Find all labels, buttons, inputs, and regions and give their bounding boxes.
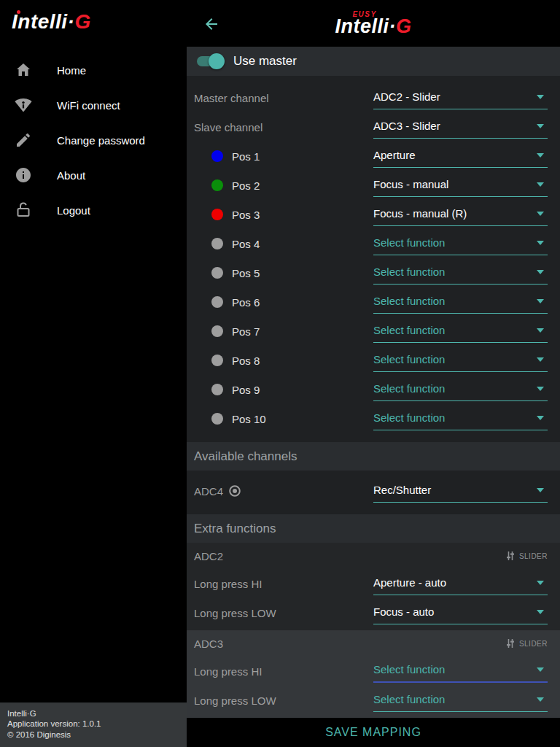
long-press-hi-row: Long press HI Select function	[187, 657, 560, 686]
position-row: Pos 5 Select function	[187, 258, 560, 287]
long-press-hi-label: Long press HI	[194, 578, 373, 590]
position-label: Pos 9	[232, 384, 260, 396]
main-content: EUSY Intelli·G Use master Master channel…	[187, 0, 560, 747]
dropdown-value: Focus - manual (R)	[373, 207, 532, 222]
home-icon	[15, 61, 32, 79]
available-channels-rows: ADC4 Rec/Shutter	[187, 471, 560, 508]
channel-rows: Master channel ADC2 - Slider Slave chann…	[187, 76, 560, 433]
position-label: Pos 7	[232, 325, 260, 338]
sidebar-item-logout[interactable]: Logout	[0, 193, 187, 228]
toggle-thumb	[209, 53, 225, 69]
sidebar-item-label: Home	[57, 64, 86, 77]
position-label: Pos 1	[232, 150, 260, 163]
dropdown-value: ADC2 - Slider	[373, 90, 532, 105]
dropdown-value: Aperture	[373, 149, 532, 163]
position-function-dropdown[interactable]: Select function	[373, 232, 548, 255]
sidebar-item-label: Logout	[57, 204, 90, 217]
dropdown-arrow-icon	[537, 416, 544, 420]
master-channel-row: Master channel ADC2 - Slider	[187, 83, 560, 112]
dropdown-value: Select function	[373, 266, 532, 280]
position-color-dot	[211, 384, 223, 395]
available-channels-header: Available channels	[187, 442, 560, 471]
position-label: Pos 4	[232, 238, 260, 250]
dropdown-arrow-icon	[537, 697, 544, 702]
save-mapping-button[interactable]: SAVE MAPPING	[325, 726, 421, 739]
dropdown-value: Select function	[373, 236, 532, 251]
dropdown-value: Select function	[373, 693, 532, 708]
slider-icon	[505, 638, 516, 649]
dropdown-value: Select function	[373, 411, 532, 426]
dropdown-value: Aperture - auto	[373, 576, 532, 591]
slider-badge-label: SLIDER	[519, 552, 548, 560]
long-press-low-dropdown[interactable]: Focus - auto	[373, 601, 548, 624]
info-icon	[15, 166, 32, 184]
position-rows: Pos 1 Aperture Pos 2 Focus - manual Pos …	[187, 142, 560, 433]
position-function-dropdown[interactable]: Select function	[373, 349, 548, 372]
save-bar: SAVE MAPPING	[187, 718, 560, 747]
master-channel-dropdown[interactable]: ADC2 - Slider	[373, 86, 548, 109]
master-channel-label: Master channel	[194, 92, 373, 104]
dropdown-arrow-icon	[537, 610, 544, 614]
use-master-row: Use master	[187, 47, 560, 76]
header-logo-eusy: EUSY	[326, 11, 402, 18]
position-color-dot	[211, 179, 223, 191]
position-row: Pos 9 Select function	[187, 375, 560, 404]
sidebar-item-change-password[interactable]: Change password	[0, 123, 187, 158]
position-label: Pos 5	[232, 267, 260, 279]
sidebar-item-label: About	[57, 169, 85, 182]
card-channel-name: ADC2	[194, 550, 505, 562]
position-function-dropdown[interactable]: Select function	[373, 407, 548, 430]
adc4-function-dropdown[interactable]: Rec/Shutter	[373, 479, 548, 503]
extra-function-cards: ADC2 SLIDER Long press HI Aperture - aut…	[187, 543, 560, 718]
dropdown-arrow-icon	[537, 488, 544, 492]
arrow-left-icon	[203, 15, 220, 33]
dropdown-arrow-icon	[537, 581, 544, 585]
adc4-row: ADC4 Rec/Shutter	[187, 476, 560, 506]
position-function-dropdown[interactable]: Select function	[373, 378, 548, 401]
position-color-dot	[211, 209, 223, 220]
long-press-low-label: Long press LOW	[194, 694, 373, 707]
position-function-dropdown[interactable]: Select function	[373, 290, 548, 314]
slider-badge: SLIDER	[505, 551, 548, 561]
dropdown-value: Select function	[373, 663, 532, 678]
sidebar-nav: Home WiFi connect Change password About	[0, 53, 187, 228]
position-function-dropdown[interactable]: Select function	[373, 261, 548, 285]
long-press-hi-dropdown[interactable]: Select function	[373, 659, 548, 683]
position-function-dropdown[interactable]: Select function	[373, 320, 548, 343]
back-button[interactable]	[203, 15, 220, 33]
position-label: Pos 6	[232, 296, 260, 309]
position-function-dropdown[interactable]: Aperture	[373, 144, 548, 168]
radio-button-icon[interactable]	[228, 484, 241, 498]
sidebar-item-home[interactable]: Home	[0, 53, 187, 88]
position-row: Pos 6 Select function	[187, 287, 560, 317]
extra-functions-header: Extra functions	[187, 514, 560, 543]
dropdown-arrow-icon	[537, 241, 544, 245]
sidebar-item-wifi-connect[interactable]: WiFi connect	[0, 88, 187, 123]
extra-function-card: ADC3 SLIDER Long press HI Select functio…	[187, 630, 560, 718]
dropdown-value: ADC3 - Slider	[373, 120, 532, 134]
dropdown-value: Select function	[373, 382, 532, 397]
long-press-hi-dropdown[interactable]: Aperture - auto	[373, 572, 548, 595]
logo-red-dot-icon	[17, 10, 20, 14]
position-function-dropdown[interactable]: Focus - manual	[373, 174, 548, 197]
use-master-toggle[interactable]	[197, 56, 222, 66]
position-color-dot	[211, 238, 223, 249]
card-channel-name: ADC3	[194, 638, 505, 650]
dropdown-arrow-icon	[537, 95, 544, 99]
use-master-label: Use master	[233, 54, 297, 69]
position-color-dot	[211, 150, 223, 162]
position-color-dot	[211, 325, 223, 337]
position-label: Pos 2	[232, 179, 260, 192]
slave-channel-dropdown[interactable]: ADC3 - Slider	[373, 115, 548, 139]
long-press-low-dropdown[interactable]: Select function	[373, 689, 548, 712]
position-function-dropdown[interactable]: Focus - manual (R)	[373, 203, 548, 226]
app-logo: Intelli·G	[0, 0, 187, 42]
dropdown-arrow-icon	[537, 153, 544, 158]
pencil-icon	[15, 131, 32, 149]
header-logo-white: Intelli·	[335, 15, 396, 37]
sidebar-item-about[interactable]: About	[0, 158, 187, 193]
dropdown-value: Focus - auto	[373, 605, 532, 620]
position-row: Pos 8 Select function	[187, 346, 560, 375]
dropdown-arrow-icon	[537, 667, 544, 672]
footer-app-name: Intelli·G	[7, 708, 179, 719]
